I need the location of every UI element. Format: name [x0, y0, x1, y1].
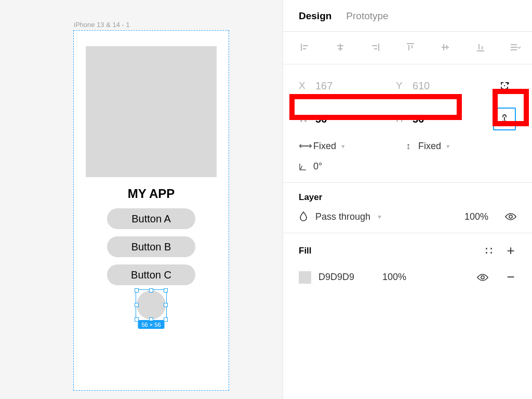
h-value: 56: [413, 113, 424, 125]
selected-ellipse[interactable]: 56 × 56: [137, 290, 166, 320]
align-top-icon[interactable]: [404, 41, 417, 54]
fill-opacity-value[interactable]: 100%: [382, 272, 406, 283]
resize-handle-mr[interactable]: [164, 303, 168, 307]
layer-opacity-value[interactable]: 100%: [464, 211, 488, 222]
frame-label[interactable]: iPhone 13 & 14 - 1: [74, 21, 130, 29]
resize-handle-tl[interactable]: [135, 288, 139, 292]
blend-icon: [299, 211, 308, 222]
fill-style-icon[interactable]: ∷: [485, 244, 494, 258]
button-c-label: Button C: [131, 269, 171, 281]
align-right-icon[interactable]: [369, 41, 381, 54]
resize-handle-ml[interactable]: [135, 303, 139, 307]
fill-color-swatch[interactable]: [299, 271, 311, 284]
vertical-mode-value: Fixed: [418, 141, 441, 152]
chevron-down-icon: ▾: [446, 142, 450, 150]
x-label: X: [299, 80, 308, 91]
h-field[interactable]: H 56: [396, 113, 493, 125]
app-title-text[interactable]: MY APP: [128, 187, 175, 201]
h-label: H: [396, 113, 405, 125]
chevron-down-icon: ▾: [341, 142, 345, 150]
rotation-value: 0°: [313, 161, 322, 172]
resize-handle-mt[interactable]: [149, 288, 153, 292]
resize-handle-tr[interactable]: [164, 288, 168, 292]
align-bottom-icon[interactable]: [474, 41, 487, 54]
app-root: iPhone 13 & 14 - 1 MY APP Button A Butto…: [0, 0, 532, 399]
button-b-label: Button B: [131, 241, 171, 253]
horizontal-icon: ⟷: [299, 140, 308, 152]
horizontal-mode-value: Fixed: [313, 141, 336, 152]
w-field[interactable]: W 56: [299, 113, 396, 125]
x-field[interactable]: X 167: [299, 80, 396, 92]
design-button-c[interactable]: Button C: [107, 264, 195, 285]
vertical-icon: ↕: [404, 141, 413, 152]
blend-mode-value[interactable]: Pass through: [315, 211, 370, 222]
fill-hex-value[interactable]: D9D9D9: [318, 272, 354, 283]
angle-icon: [299, 163, 308, 171]
y-field[interactable]: Y 610: [396, 80, 493, 92]
absolute-position-icon[interactable]: [493, 74, 516, 98]
canvas-area[interactable]: iPhone 13 & 14 - 1 MY APP Button A Butto…: [0, 0, 283, 399]
transform-section: X 167 Y 610 W 56 H 56: [283, 64, 532, 182]
visibility-toggle-icon[interactable]: [505, 212, 516, 221]
tab-prototype[interactable]: Prototype: [346, 10, 388, 22]
button-a-label: Button A: [131, 213, 171, 225]
selection-outline: [136, 289, 167, 321]
add-fill-icon[interactable]: +: [505, 243, 516, 259]
fill-visibility-icon[interactable]: [477, 273, 488, 282]
frame-iphone[interactable]: MY APP Button A Button B Button C 56 × 5…: [73, 30, 229, 391]
align-left-icon[interactable]: [299, 41, 311, 54]
x-value: 167: [315, 80, 332, 92]
w-value: 56: [315, 113, 327, 125]
horizontal-resize-mode[interactable]: ⟷ Fixed ▾: [299, 140, 397, 152]
panel-tabs: Design Prototype: [283, 0, 532, 31]
constrain-proportions-button[interactable]: [493, 107, 516, 131]
alignment-section: [283, 31, 532, 64]
rotation-field[interactable]: 0°: [299, 161, 397, 172]
vertical-resize-mode[interactable]: ↕ Fixed ▾: [404, 141, 502, 152]
layer-section: Layer Pass through ▾ 100%: [283, 182, 532, 233]
svg-point-1: [481, 276, 484, 279]
tab-design[interactable]: Design: [299, 10, 331, 22]
frame-content: MY APP Button A Button B Button C 56 × 5…: [74, 31, 229, 390]
design-button-b[interactable]: Button B: [107, 236, 195, 257]
w-label: W: [299, 113, 308, 125]
design-button-a[interactable]: Button A: [107, 208, 195, 229]
inspector-panel: Design Prototype X 167: [283, 0, 532, 399]
chevron-down-icon[interactable]: ▾: [378, 212, 381, 221]
layer-section-title: Layer: [299, 192, 516, 203]
remove-fill-icon[interactable]: −: [505, 269, 516, 285]
image-placeholder[interactable]: [86, 46, 217, 177]
align-vcenter-icon[interactable]: [439, 41, 451, 54]
y-value: 610: [413, 80, 430, 92]
y-label: Y: [396, 80, 405, 91]
align-more-icon[interactable]: [509, 41, 522, 54]
fill-section-title: Fill: [299, 246, 312, 256]
fill-section: Fill ∷ + D9D9D9 100% −: [283, 233, 532, 296]
svg-point-0: [509, 215, 512, 218]
align-hcenter-icon[interactable]: [334, 41, 347, 54]
selection-size-badge: 56 × 56: [138, 321, 164, 329]
